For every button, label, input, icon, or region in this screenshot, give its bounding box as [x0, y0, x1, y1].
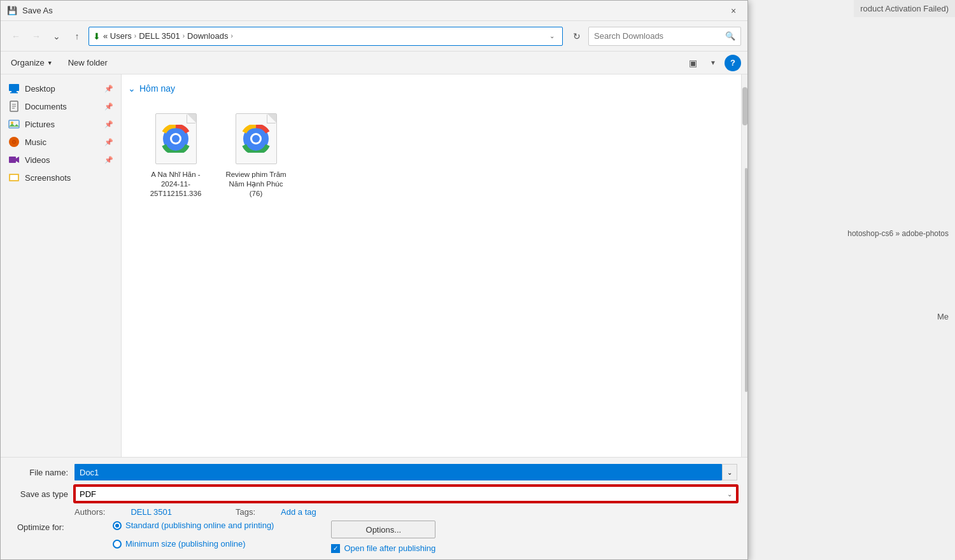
pin-icon: 📌 [104, 120, 113, 129]
sidebar-item-music[interactable]: Music 📌 [1, 133, 121, 151]
svg-point-23 [252, 135, 260, 143]
svg-rect-2 [10, 92, 18, 94]
dropdown-history-button[interactable]: ⌄ [48, 27, 66, 45]
file-name-1: Review phim Trăm Năm Hạnh Phúc (76) [225, 170, 287, 199]
section-title: Hôm nay [139, 83, 175, 94]
sidebar-item-label: Music [25, 137, 46, 147]
radio-standard[interactable]: Standard (publishing online and printing… [113, 521, 274, 531]
svg-rect-12 [9, 157, 16, 163]
radio-standard-label: Standard (publishing online and printing… [125, 521, 274, 531]
radio-minimum[interactable]: Minimum size (publishing online) [113, 539, 274, 550]
doc-shape-1 [236, 113, 277, 164]
organize-button[interactable]: Organize ▼ [7, 56, 57, 69]
svg-rect-15 [10, 175, 18, 180]
sep3: › [230, 32, 232, 39]
options-button[interactable]: Options... [331, 521, 435, 538]
options-col: Options... ✓ Open file after publishing [331, 521, 435, 553]
bottom-panel: File name: ⌄ Save as type PDF ⌄ Authors:… [1, 457, 747, 559]
sidebar-item-label: Screenshots [25, 173, 71, 183]
forward-button[interactable]: → [27, 27, 45, 45]
sidebar-item-screenshots[interactable]: Screenshots [1, 169, 121, 186]
desktop-icon [8, 83, 20, 94]
new-folder-button[interactable]: New folder [64, 56, 111, 69]
filename-input[interactable] [74, 464, 722, 480]
svg-rect-7 [9, 120, 19, 128]
toolbar: Organize ▼ New folder ▣ ▼ ? [1, 52, 747, 74]
address-bar[interactable]: ⬇ « Users › DELL 3501 › Downloads › ⌄ [88, 27, 563, 46]
radio-minimum-label: Minimum size (publishing online) [125, 539, 246, 550]
dialog-title: Save As [22, 6, 53, 15]
chrome-logo-0 [162, 125, 190, 153]
screenshots-icon [8, 172, 20, 183]
sidebar-item-pictures[interactable]: Pictures 📌 [1, 115, 121, 133]
meta-row: Authors: DELL 3501 Tags: Add a tag [74, 507, 737, 517]
breadcrumb-dell: DELL 3501 [139, 31, 180, 41]
file-item-0[interactable]: A Na Nhĩ Hãn - 2024-11-25T112151.336 [141, 106, 211, 202]
section-header: ⌄ Hôm nay [128, 81, 735, 96]
filename-dropdown-arrow[interactable]: ⌄ [722, 464, 737, 480]
title-bar-left: 💾 Save As [7, 6, 53, 16]
save-as-type-dropdown[interactable]: PDF ⌄ [74, 486, 737, 502]
bg-me-text: Me [937, 312, 949, 321]
file-icon-0 [150, 110, 201, 167]
dropdown-arrow: ⌄ [727, 491, 732, 498]
doc-shape-0 [155, 113, 197, 164]
new-folder-label: New folder [68, 58, 108, 67]
search-bar[interactable]: 🔍 [588, 27, 741, 46]
toolbar-right: ▣ ▼ ? [684, 54, 741, 72]
file-icon-1 [230, 110, 281, 167]
view-dropdown-button[interactable]: ▼ [704, 54, 722, 72]
back-button[interactable]: ← [7, 27, 25, 45]
open-after-label: Open file after publishing [344, 543, 435, 553]
pictures-icon [8, 118, 20, 130]
refresh-button[interactable]: ↻ [568, 27, 586, 45]
optimize-label: Optimize for: [17, 521, 74, 532]
open-after-checkbox: ✓ [331, 544, 340, 553]
authors-label: Authors: [74, 507, 105, 517]
file-area: ⌄ Hôm nay [122, 74, 741, 457]
organize-chevron: ▼ [47, 60, 53, 66]
up-button[interactable]: ↑ [68, 27, 86, 45]
save-as-icon: 💾 [7, 6, 17, 16]
download-icon: ⬇ [93, 31, 101, 41]
view-options-button[interactable]: ▣ [684, 54, 702, 72]
sidebar-item-label: Pictures [25, 120, 55, 129]
nav-bar: ← → ⌄ ↑ ⬇ « Users › DELL 3501 › Download… [1, 21, 747, 52]
pin-icon: 📌 [104, 138, 113, 146]
tags-label: Tags: [236, 507, 255, 517]
authors-link[interactable]: DELL 3501 [131, 507, 172, 517]
open-after-checkbox-row[interactable]: ✓ Open file after publishing [331, 543, 435, 553]
music-icon [8, 136, 20, 148]
sidebar-item-label: Documents [25, 102, 67, 111]
pdf-type-wrapper: PDF ⌄ [74, 486, 737, 502]
breadcrumb-downloads: Downloads [187, 31, 228, 41]
sidebar-item-videos[interactable]: Videos 📌 [1, 151, 121, 169]
svg-rect-1 [11, 91, 17, 92]
sidebar-item-desktop[interactable]: Desktop 📌 [1, 80, 121, 97]
file-item-1[interactable]: Review phim Trăm Năm Hạnh Phúc (76) [221, 106, 291, 202]
save-as-type-value: PDF [80, 489, 96, 499]
save-as-type-row: Save as type PDF ⌄ [11, 486, 737, 502]
radio-minimum-circle [113, 540, 122, 549]
close-button[interactable]: × [726, 3, 741, 18]
search-icon: 🔍 [725, 31, 735, 41]
address-dropdown-arrow[interactable]: ⌄ [546, 27, 558, 45]
file-name-0: A Na Nhĩ Hãn - 2024-11-25T112151.336 [145, 170, 207, 199]
help-button[interactable]: ? [725, 55, 741, 71]
sidebar-item-documents[interactable]: Documents 📌 [1, 97, 121, 115]
sep2: › [183, 32, 185, 39]
documents-icon [8, 101, 20, 112]
checkmark-icon: ✓ [333, 545, 338, 552]
search-input[interactable] [594, 31, 721, 41]
scrollbar-thumb[interactable] [742, 87, 747, 125]
save-as-type-label: Save as type [11, 489, 74, 499]
videos-icon [8, 154, 20, 165]
sep1: › [134, 32, 136, 39]
bg-activation-text: roduct Activation Failed) [854, 0, 955, 17]
svg-point-20 [172, 135, 180, 143]
tags-link[interactable]: Add a tag [281, 507, 316, 517]
svg-marker-13 [16, 157, 19, 163]
pin-icon: 📌 [104, 102, 113, 111]
sidebar-item-label: Desktop [25, 84, 55, 94]
sidebar: Desktop 📌 Documents 📌 Pictures 📌 [1, 74, 122, 457]
